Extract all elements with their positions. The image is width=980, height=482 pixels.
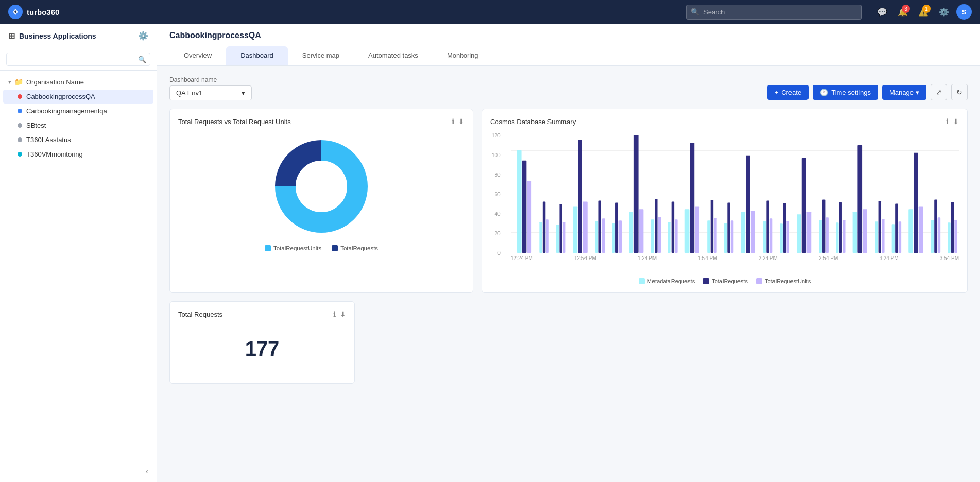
donut-chart-header: Total Requests vs Total Request Units ℹ … bbox=[178, 117, 465, 126]
svg-rect-8 bbox=[583, 201, 588, 253]
sidebar: ⊞ Business Applications ⚙️ 🔍 ▾ 📁 Organis… bbox=[0, 24, 157, 482]
dashboard-dropdown[interactable]: QA Env1 ▾ bbox=[169, 85, 252, 100]
svg-rect-13 bbox=[690, 143, 695, 253]
svg-rect-69 bbox=[931, 220, 934, 253]
sidebar-org-section: ▾ 📁 Organisation Name CabbookingprocessQ… bbox=[0, 71, 157, 166]
svg-rect-51 bbox=[763, 221, 766, 253]
stat-info-icon[interactable]: ℹ bbox=[333, 310, 336, 318]
svg-rect-58 bbox=[822, 199, 825, 253]
alert-icon-button[interactable]: ⚠️ 1 bbox=[915, 4, 932, 20]
svg-rect-57 bbox=[819, 220, 821, 253]
sidebar-search-container: 🔍 bbox=[0, 48, 157, 71]
notification-bell-button[interactable]: 🔔 3 bbox=[895, 4, 911, 20]
legend-label-total-req: TotalRequests bbox=[712, 278, 748, 284]
sidebar-item-sbtest[interactable]: SBtest bbox=[3, 118, 153, 132]
sidebar-search-input[interactable] bbox=[6, 53, 150, 66]
sidebar-title: ⊞ Business Applications bbox=[8, 31, 96, 41]
user-avatar[interactable]: S bbox=[956, 4, 972, 20]
tab-dashboard[interactable]: Dashboard bbox=[226, 46, 288, 65]
refresh-icon: ↻ bbox=[956, 88, 962, 96]
tab-overview[interactable]: Overview bbox=[169, 46, 226, 65]
svg-rect-50 bbox=[731, 220, 733, 253]
sidebar-item-label: T360LAsstatus bbox=[26, 136, 71, 144]
svg-rect-48 bbox=[724, 223, 727, 253]
sidebar-title-text: Business Applications bbox=[19, 32, 96, 40]
svg-rect-53 bbox=[770, 218, 772, 253]
logo-icon bbox=[8, 5, 23, 19]
legend-color-requests bbox=[332, 245, 338, 251]
expand-button[interactable]: ⤢ bbox=[931, 84, 947, 100]
legend-color-total-req-units bbox=[756, 278, 762, 284]
x-axis-labels: 12:24 PM12:54 PM1:24 PM1:54 PM 2:24 PM2:… bbox=[511, 253, 959, 261]
svg-rect-22 bbox=[857, 145, 862, 253]
sidebar-settings-icon[interactable]: ⚙️ bbox=[138, 31, 148, 41]
tab-service-map[interactable]: Service map bbox=[288, 46, 354, 65]
sidebar-item-cabbookingprocessqa[interactable]: CabbookingprocessQA bbox=[3, 90, 153, 104]
svg-rect-27 bbox=[539, 222, 542, 253]
create-button[interactable]: + Create bbox=[767, 85, 809, 100]
clock-icon: 🕐 bbox=[820, 89, 828, 96]
svg-rect-20 bbox=[807, 212, 812, 253]
svg-rect-18 bbox=[797, 214, 801, 253]
svg-rect-71 bbox=[938, 217, 940, 253]
main-header: CabbookingprocessQA Overview Dashboard S… bbox=[157, 24, 980, 66]
svg-rect-36 bbox=[612, 223, 615, 253]
svg-rect-59 bbox=[826, 217, 828, 253]
total-requests-value: 177 bbox=[245, 337, 280, 360]
svg-rect-11 bbox=[639, 209, 644, 253]
time-settings-button[interactable]: 🕐 Time settings bbox=[813, 85, 878, 100]
status-dot-gray2 bbox=[18, 137, 22, 142]
svg-rect-45 bbox=[707, 220, 710, 253]
donut-chart-icons: ℹ ⬇ bbox=[452, 117, 465, 126]
download-icon[interactable]: ⬇ bbox=[458, 117, 465, 126]
svg-rect-56 bbox=[786, 221, 789, 253]
svg-rect-40 bbox=[655, 199, 657, 253]
legend-item-units: TotalRequestUnits bbox=[265, 245, 321, 251]
settings-icon-button[interactable]: ⚙️ bbox=[936, 4, 952, 20]
sidebar-item-label: CabbookingprocessQA bbox=[26, 93, 95, 100]
app-logo[interactable]: turbo360 bbox=[8, 5, 59, 19]
svg-rect-17 bbox=[751, 211, 755, 253]
svg-rect-68 bbox=[899, 221, 901, 253]
sidebar-item-carbookingmanagementqa[interactable]: Carbookingmanagementqa bbox=[3, 104, 153, 118]
sidebar-org-header[interactable]: ▾ 📁 Organisation Name bbox=[0, 75, 157, 89]
svg-rect-38 bbox=[619, 220, 622, 253]
sidebar-header: ⊞ Business Applications ⚙️ bbox=[0, 24, 157, 48]
tab-monitoring[interactable]: Monitoring bbox=[433, 46, 493, 65]
sidebar-item-t360lastatus[interactable]: T360LAsstatus bbox=[3, 133, 153, 147]
stat-download-icon[interactable]: ⬇ bbox=[340, 310, 346, 318]
manage-button[interactable]: Manage ▾ bbox=[882, 85, 926, 100]
legend-color-units bbox=[265, 245, 271, 251]
svg-rect-26 bbox=[919, 206, 923, 253]
info-icon[interactable]: ℹ bbox=[452, 117, 454, 126]
svg-rect-42 bbox=[668, 222, 670, 253]
plus-icon: + bbox=[775, 89, 779, 96]
bar-chart-icons: ℹ ⬇ bbox=[946, 117, 959, 126]
expand-icon: ⤢ bbox=[936, 88, 942, 96]
status-dot-blue bbox=[18, 109, 22, 113]
svg-rect-21 bbox=[853, 212, 857, 253]
bar-chart-card: Cosmos Database Summary ℹ ⬇ 120100806040… bbox=[482, 109, 968, 293]
svg-rect-3 bbox=[517, 150, 522, 253]
search-icon: 🔍 bbox=[691, 8, 699, 16]
donut-legend: TotalRequestUnits TotalRequests bbox=[265, 245, 378, 251]
alert-badge: 1 bbox=[922, 5, 931, 13]
svg-rect-16 bbox=[746, 156, 750, 253]
svg-rect-67 bbox=[895, 203, 898, 253]
bottom-right-placeholder bbox=[363, 301, 968, 384]
svg-rect-7 bbox=[578, 140, 582, 253]
bar-info-icon[interactable]: ℹ bbox=[946, 117, 949, 126]
sidebar-collapse-button[interactable]: ‹ bbox=[0, 460, 157, 482]
refresh-button[interactable]: ↻ bbox=[951, 84, 968, 100]
chat-icon-button[interactable]: 💬 bbox=[874, 4, 890, 20]
legend-total-req-units: TotalRequestUnits bbox=[756, 278, 811, 284]
sidebar-item-t360vmmonitoring[interactable]: T360VMmonitoring bbox=[3, 147, 153, 161]
search-input[interactable] bbox=[686, 5, 862, 20]
bar-download-icon[interactable]: ⬇ bbox=[953, 117, 959, 126]
tab-automated-tasks[interactable]: Automated tasks bbox=[354, 46, 433, 65]
chevron-left-icon: ‹ bbox=[146, 467, 148, 476]
dashboard-toolbar: Dashboard name QA Env1 ▾ + Create 🕐 Time… bbox=[169, 76, 968, 100]
y-axis-labels: 120100806040200 bbox=[492, 130, 501, 253]
svg-rect-44 bbox=[675, 219, 677, 253]
dashboard-actions: + Create 🕐 Time settings Manage ▾ ⤢ bbox=[767, 84, 968, 100]
